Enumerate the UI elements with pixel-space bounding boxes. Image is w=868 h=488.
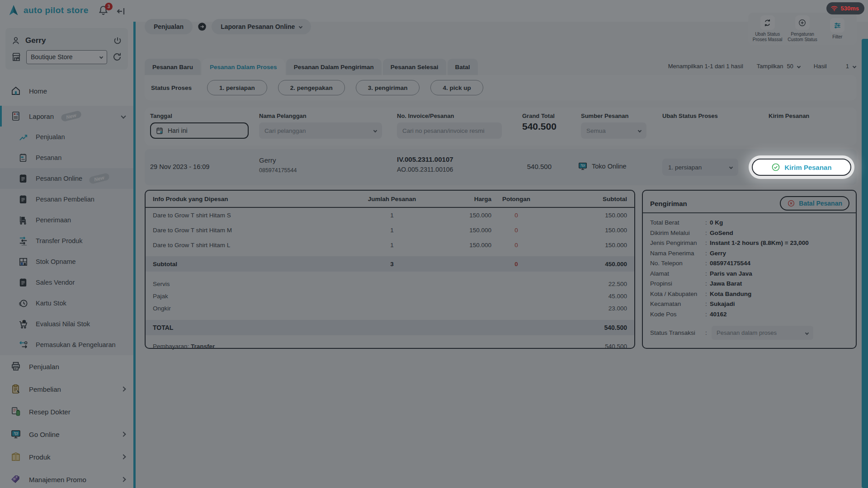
new-badge: New [89,173,110,184]
tab-pesanan-dalam-pengiriman[interactable]: Pesanan Dalam Pengiriman [286,59,382,75]
chevron-down-icon [99,55,103,59]
sidebar-item-laporan-pesanan[interactable]: Pesanan [0,147,133,168]
sidebar-item-resep-dokter[interactable]: Resep Dokter [0,400,133,423]
chip-pick-up[interactable]: 4. pick up [430,80,483,95]
transaction-status-select[interactable]: Pesanan dalam proses [712,326,813,340]
store-icon [11,52,22,62]
transaction-status-label: Status Transaksi [650,329,705,336]
sidebar-item-laporan-transfer-produk[interactable]: Transfer Produk [0,230,133,251]
status-proses-label: Status Proses [151,84,192,91]
order-datetime: 29 Nov 2023 - 16:09 [150,163,209,170]
invoice-search-input[interactable] [397,122,502,139]
date-filter-input[interactable]: Hari ini [150,122,249,139]
tab-pesanan-selesai[interactable]: Pesanan Selesai [383,59,446,75]
filter-button[interactable]: Filter [820,18,854,40]
sidebar-item-laporan-pesanan-pembelian[interactable]: Pesanan Pembelian [0,189,133,210]
sidebar-item-go-online[interactable]: Go Online [0,423,133,446]
sidebar-item-laporan[interactable]: Laporan New [0,106,133,127]
sidebar-item-produk[interactable]: Produk [0,446,133,468]
breadcrumb-laporan-pesanan-online[interactable]: Laporan Pesanan Online [212,19,311,34]
user-icon [11,36,21,46]
source-filter-select[interactable]: Semua [581,122,646,139]
payment-row: Pembayaran: Transfer 540.500 [146,338,634,354]
invoice-number: IV.005.2311.00107 [397,155,453,163]
product-table-title: Info Produk yang Dipesan [153,196,365,202]
sidebar-item-label: Laporan [29,113,54,120]
page-select[interactable]: 1 [846,63,856,70]
latency-badge: 530ms [826,2,864,14]
user-card: Gerry Boutique Store [5,28,128,70]
tab-pesanan-baru[interactable]: Pesanan Baru [145,59,201,75]
status-chips: 1. persiapan 2. pengepakan 3. pengiriman… [207,80,483,95]
promo-tags-icon: % [10,474,22,485]
chip-pengepakan[interactable]: 2. pengepakan [278,80,345,95]
logout-power-icon[interactable] [113,36,123,46]
kirim-pesanan-button[interactable]: Kirim Pesanan [752,159,851,176]
check-circle-icon [771,163,780,172]
breadcrumb-penjualan[interactable]: Penjualan [145,19,193,34]
sidebar-item-penjualan[interactable]: Penjualan [0,355,133,378]
wifi-icon [830,5,838,12]
brand-logo: auto pilot store [7,4,89,17]
order-invoice: IV.005.2311.00107 AO.005.2311.00106 [397,155,453,173]
svg-text:RP: RP [23,320,25,323]
batal-pesanan-button[interactable]: Batal Pesanan [780,196,849,211]
notification-bell[interactable]: 3 [98,5,109,17]
order-row[interactable]: 29 Nov 2023 - 16:09 Gerry 085974175544 I… [145,149,857,185]
store-select[interactable]: Boutique Store [26,50,107,64]
chevron-right-icon [121,454,126,459]
sidebar-item-home[interactable]: Home [0,80,133,102]
bulk-status-button[interactable]: Ubah Status Proses Massal [750,15,785,42]
customer-phone: 085974175544 [259,167,297,174]
chevron-down-icon [729,165,733,169]
new-badge: New [61,110,82,122]
grand-total-value: 540.500 [522,121,557,132]
sidebar-item-label: Pemasukan & Pengeluaran [36,341,116,348]
shipping-field: Kecamatan:Sukajadi [650,299,849,310]
notebook-icon [17,194,29,204]
printer-icon [10,361,22,372]
monitor-icon [578,161,588,171]
refresh-icon[interactable] [112,52,123,62]
process-status-select[interactable]: 1. persiapan [662,159,738,176]
sidebar-item-manajemen-promo[interactable]: % Manajemen Promo [0,468,133,488]
tanggal-label: Tanggal [150,113,172,119]
grand-total-label: Grand Total [522,113,555,119]
order-source: Toko Online [578,161,627,171]
sidebar-item-laporan-pemasukan-pengeluaran[interactable]: Pemasukan & Pengeluaran [0,334,133,355]
chip-persiapan[interactable]: 1. persiapan [207,80,267,95]
sidebar-item-label: Pesanan Pembelian [36,196,94,203]
page-size-select[interactable]: 50 [787,63,800,70]
sidebar-item-label: Pesanan Online [36,175,82,182]
sidebar-item-label: Evaluasi Nilai Stok [36,320,90,328]
tab-pesanan-dalam-proses[interactable]: Pesanan Dalam Proses [202,59,285,75]
sidebar-item-label: Penerimaan [36,216,71,224]
table-row: Dare to Grow T shirt Hitam S 1 150.000 0… [146,208,634,223]
sidebar-item-laporan-sales-vendor[interactable]: Sales Vendor [0,272,133,293]
transaction-status-row: Status Transaksi : Pesanan dalam proses [650,326,849,340]
plus-circle-icon [795,15,810,30]
monitor-cart-icon [10,429,22,440]
sidebar-item-laporan-kartu-stok[interactable]: Kartu Stok [0,293,133,314]
chevron-down-icon [373,129,377,132]
customer-filter-select[interactable]: Cari pelanggan [259,122,382,139]
sidebar-item-label: Home [29,87,47,95]
custom-status-button[interactable]: Pengaturan Custom Status [785,15,820,42]
sidebar-item-laporan-evaluasi-nilai-stok[interactable]: RP Evaluasi Nilai Stok [0,314,133,334]
shipping-field: Kota / Kabupaten:Kota Bandung [650,289,849,300]
user-name: Gerry [25,36,108,45]
status-proses-panel: Status Proses 1. persiapan 2. pengepakan… [145,75,857,100]
sidebar-item-laporan-stok-opname[interactable]: Stok Opname [0,251,133,272]
x-circle-icon [787,199,795,207]
sidebar-item-laporan-penjualan[interactable]: Penjualan [0,127,133,147]
sidebar-item-laporan-penerimaan[interactable]: Penerimaan [0,210,133,230]
order-total: 540.500 [502,163,552,170]
sidebar-item-pembelian[interactable]: Pembelian [0,378,133,400]
sidebar-collapse-icon[interactable] [116,6,127,17]
product-table-header: Info Produk yang Dipesan Jumlah Pesanan … [146,191,634,208]
sidebar: Gerry Boutique Store Home [0,22,133,488]
tab-batal[interactable]: Batal [448,59,478,75]
chip-pengiriman[interactable]: 3. pengiriman [356,80,420,95]
sidebar-item-laporan-pesanan-online[interactable]: Pesanan Online New [0,168,133,189]
main-content: Penjualan Laporan Pesanan Online Ubah St… [145,0,857,488]
